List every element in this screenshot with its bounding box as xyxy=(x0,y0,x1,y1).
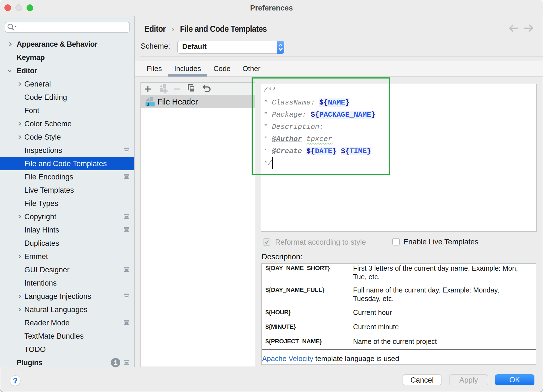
svg-text:J: J xyxy=(147,102,149,107)
